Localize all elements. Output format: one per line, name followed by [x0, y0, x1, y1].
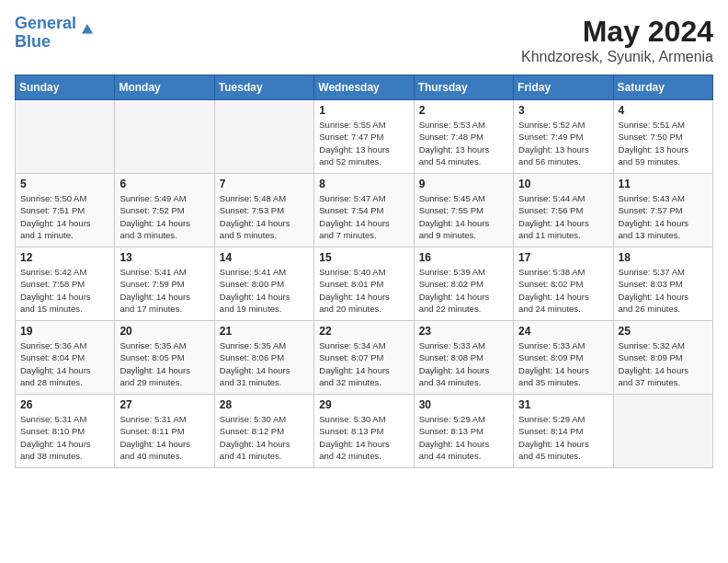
calendar-cell: 1Sunrise: 5:55 AMSunset: 7:47 PMDaylight… — [314, 100, 414, 174]
day-number: 11 — [619, 178, 708, 190]
calendar-cell: 24Sunrise: 5:33 AMSunset: 8:09 PMDayligh… — [514, 321, 613, 395]
day-number: 19 — [20, 325, 109, 338]
calendar-cell: 21Sunrise: 5:35 AMSunset: 8:06 PMDayligh… — [214, 321, 313, 395]
calendar-cell: 22Sunrise: 5:34 AMSunset: 8:07 PMDayligh… — [314, 321, 414, 395]
day-number: 7 — [220, 178, 309, 190]
calendar-week-row: 1Sunrise: 5:55 AMSunset: 7:47 PMDaylight… — [16, 100, 713, 174]
day-info: Sunrise: 5:33 AMSunset: 8:08 PMDaylight:… — [419, 339, 508, 388]
calendar-cell: 7Sunrise: 5:48 AMSunset: 7:53 PMDaylight… — [214, 174, 313, 247]
calendar-cell: 9Sunrise: 5:45 AMSunset: 7:55 PMDaylight… — [414, 174, 513, 247]
day-number: 30 — [419, 398, 508, 411]
day-info: Sunrise: 5:31 AMSunset: 8:10 PMDaylight:… — [20, 413, 109, 462]
day-info: Sunrise: 5:42 AMSunset: 7:58 PMDaylight:… — [20, 266, 109, 315]
calendar-cell: 5Sunrise: 5:50 AMSunset: 7:51 PMDaylight… — [16, 174, 115, 247]
calendar-week-row: 19Sunrise: 5:36 AMSunset: 8:04 PMDayligh… — [16, 321, 713, 395]
day-info: Sunrise: 5:51 AMSunset: 7:50 PMDaylight:… — [619, 119, 708, 167]
day-number: 27 — [119, 398, 209, 411]
calendar-cell: 10Sunrise: 5:44 AMSunset: 7:56 PMDayligh… — [514, 174, 613, 247]
day-number: 31 — [518, 398, 608, 411]
day-number: 15 — [319, 251, 408, 264]
calendar-cell: 19Sunrise: 5:36 AMSunset: 8:04 PMDayligh… — [16, 321, 115, 395]
day-info: Sunrise: 5:41 AMSunset: 7:59 PMDaylight:… — [119, 266, 209, 315]
calendar-cell: 18Sunrise: 5:37 AMSunset: 8:03 PMDayligh… — [613, 247, 712, 321]
calendar-cell: 28Sunrise: 5:30 AMSunset: 8:12 PMDayligh… — [214, 395, 313, 468]
day-info: Sunrise: 5:50 AMSunset: 7:51 PMDaylight:… — [20, 192, 109, 241]
logo-text: GeneralBlue — [15, 15, 76, 52]
weekday-header: Wednesday — [314, 75, 414, 100]
calendar-cell: 31Sunrise: 5:29 AMSunset: 8:14 PMDayligh… — [514, 395, 613, 468]
calendar-cell: 13Sunrise: 5:41 AMSunset: 7:59 PMDayligh… — [115, 247, 214, 321]
weekday-row: SundayMondayTuesdayWednesdayThursdayFrid… — [16, 75, 713, 100]
month-year: May 2024 — [521, 15, 713, 49]
calendar-cell: 14Sunrise: 5:41 AMSunset: 8:00 PMDayligh… — [214, 247, 313, 321]
day-number: 3 — [518, 104, 608, 117]
day-info: Sunrise: 5:40 AMSunset: 8:01 PMDaylight:… — [319, 266, 408, 315]
day-number: 13 — [119, 251, 209, 264]
calendar-cell — [16, 100, 115, 174]
day-number: 17 — [518, 251, 608, 264]
calendar-cell: 16Sunrise: 5:39 AMSunset: 8:02 PMDayligh… — [414, 247, 513, 321]
day-info: Sunrise: 5:36 AMSunset: 8:04 PMDaylight:… — [20, 339, 109, 388]
day-number: 4 — [619, 104, 708, 117]
day-number: 25 — [619, 325, 708, 338]
day-number: 29 — [319, 398, 408, 411]
calendar-cell: 27Sunrise: 5:31 AMSunset: 8:11 PMDayligh… — [115, 395, 214, 468]
day-info: Sunrise: 5:39 AMSunset: 8:02 PMDaylight:… — [419, 266, 508, 315]
day-info: Sunrise: 5:41 AMSunset: 8:00 PMDaylight:… — [220, 266, 309, 315]
calendar-cell: 6Sunrise: 5:49 AMSunset: 7:52 PMDaylight… — [115, 174, 214, 247]
day-info: Sunrise: 5:49 AMSunset: 7:52 PMDaylight:… — [119, 192, 209, 241]
day-info: Sunrise: 5:44 AMSunset: 7:56 PMDaylight:… — [518, 192, 608, 241]
day-info: Sunrise: 5:30 AMSunset: 8:13 PMDaylight:… — [319, 413, 408, 462]
day-info: Sunrise: 5:38 AMSunset: 8:02 PMDaylight:… — [518, 266, 608, 315]
calendar-header: SundayMondayTuesdayWednesdayThursdayFrid… — [16, 75, 713, 100]
day-info: Sunrise: 5:32 AMSunset: 8:09 PMDaylight:… — [619, 339, 708, 388]
calendar-cell — [613, 395, 712, 468]
day-info: Sunrise: 5:30 AMSunset: 8:12 PMDaylight:… — [220, 413, 309, 462]
calendar-cell: 8Sunrise: 5:47 AMSunset: 7:54 PMDaylight… — [314, 174, 414, 247]
calendar-cell — [115, 100, 214, 174]
day-number: 26 — [20, 398, 109, 411]
day-info: Sunrise: 5:29 AMSunset: 8:13 PMDaylight:… — [419, 413, 508, 462]
day-number: 16 — [419, 251, 508, 264]
day-number: 5 — [20, 178, 109, 190]
day-info: Sunrise: 5:31 AMSunset: 8:11 PMDaylight:… — [119, 413, 209, 462]
day-number: 9 — [419, 178, 508, 190]
day-info: Sunrise: 5:55 AMSunset: 7:47 PMDaylight:… — [319, 119, 408, 167]
day-number: 6 — [119, 178, 209, 190]
day-number: 8 — [319, 178, 408, 190]
day-number: 22 — [319, 325, 408, 338]
calendar-cell: 3Sunrise: 5:52 AMSunset: 7:49 PMDaylight… — [514, 100, 613, 174]
weekday-header: Saturday — [613, 75, 712, 100]
location: Khndzoresk, Syunik, Armenia — [521, 49, 713, 65]
day-number: 2 — [419, 104, 508, 117]
calendar-cell: 20Sunrise: 5:35 AMSunset: 8:05 PMDayligh… — [115, 321, 214, 395]
calendar-cell: 26Sunrise: 5:31 AMSunset: 8:10 PMDayligh… — [16, 395, 115, 468]
logo: GeneralBlue — [15, 15, 96, 52]
day-info: Sunrise: 5:53 AMSunset: 7:48 PMDaylight:… — [419, 119, 508, 167]
day-number: 18 — [619, 251, 708, 264]
calendar-cell — [214, 100, 313, 174]
day-info: Sunrise: 5:33 AMSunset: 8:09 PMDaylight:… — [518, 339, 608, 388]
day-number: 21 — [220, 325, 309, 338]
calendar-cell: 12Sunrise: 5:42 AMSunset: 7:58 PMDayligh… — [16, 247, 115, 321]
weekday-header: Monday — [115, 75, 214, 100]
weekday-header: Tuesday — [214, 75, 313, 100]
day-number: 28 — [220, 398, 309, 411]
title-block: May 2024 Khndzoresk, Syunik, Armenia — [521, 15, 713, 65]
day-info: Sunrise: 5:43 AMSunset: 7:57 PMDaylight:… — [619, 192, 708, 241]
calendar-cell: 17Sunrise: 5:38 AMSunset: 8:02 PMDayligh… — [514, 247, 613, 321]
calendar-cell: 29Sunrise: 5:30 AMSunset: 8:13 PMDayligh… — [314, 395, 414, 468]
weekday-header: Thursday — [414, 75, 513, 100]
day-info: Sunrise: 5:48 AMSunset: 7:53 PMDaylight:… — [220, 192, 309, 241]
weekday-header: Sunday — [16, 75, 115, 100]
day-info: Sunrise: 5:35 AMSunset: 8:05 PMDaylight:… — [119, 339, 209, 388]
calendar-week-row: 5Sunrise: 5:50 AMSunset: 7:51 PMDaylight… — [16, 174, 713, 247]
day-info: Sunrise: 5:37 AMSunset: 8:03 PMDaylight:… — [619, 266, 708, 315]
logo-icon — [79, 21, 96, 38]
calendar-body: 1Sunrise: 5:55 AMSunset: 7:47 PMDaylight… — [16, 100, 713, 468]
calendar-cell: 30Sunrise: 5:29 AMSunset: 8:13 PMDayligh… — [414, 395, 513, 468]
calendar-cell: 25Sunrise: 5:32 AMSunset: 8:09 PMDayligh… — [613, 321, 712, 395]
calendar-cell: 15Sunrise: 5:40 AMSunset: 8:01 PMDayligh… — [314, 247, 414, 321]
day-number: 23 — [419, 325, 508, 338]
day-info: Sunrise: 5:47 AMSunset: 7:54 PMDaylight:… — [319, 192, 408, 241]
